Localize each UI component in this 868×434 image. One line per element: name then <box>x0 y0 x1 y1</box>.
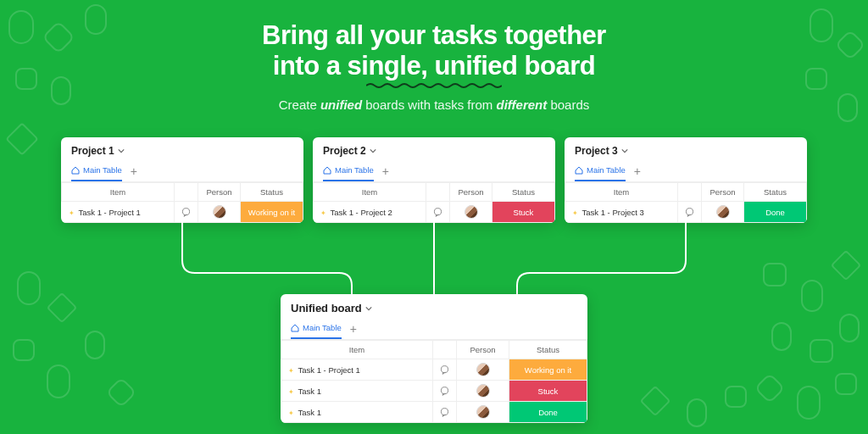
hero-subtitle: Create unified boards with tasks from di… <box>0 97 868 112</box>
person-cell[interactable] <box>457 381 509 402</box>
col-header-item: Item <box>314 183 426 202</box>
chat-icon <box>439 364 450 376</box>
status-cell[interactable]: Done <box>509 402 587 423</box>
tab-main-table[interactable]: Main Table <box>291 319 342 339</box>
chat-icon <box>684 207 695 218</box>
person-cell[interactable] <box>450 202 492 223</box>
chat-icon <box>439 407 450 418</box>
person-cell[interactable] <box>702 202 744 223</box>
chat-cell[interactable] <box>433 381 457 402</box>
col-header-person: Person <box>198 183 241 202</box>
chat-cell[interactable] <box>678 202 702 223</box>
tab-main-table[interactable]: Main Table <box>71 161 122 181</box>
avatar <box>476 405 490 419</box>
hero-title: Bring all your tasks together into a sin… <box>0 20 868 81</box>
status-cell[interactable]: Stuck <box>509 381 587 402</box>
col-header-person: Person <box>450 183 492 202</box>
home-icon <box>291 324 299 332</box>
col-header-item: Item <box>62 183 175 202</box>
home-icon <box>71 166 80 175</box>
chat-icon <box>439 386 450 397</box>
person-cell[interactable] <box>198 202 241 223</box>
board-unified: Unified board Main Table + Item Person S… <box>281 294 587 423</box>
task-name[interactable]: Task 1 - Project 1 <box>62 202 175 223</box>
chat-cell[interactable] <box>433 402 457 423</box>
tab-main-table[interactable]: Main Table <box>575 161 626 181</box>
chat-icon <box>432 207 443 218</box>
col-header-chat <box>433 341 457 359</box>
home-icon <box>575 166 583 175</box>
chevron-down-icon <box>370 147 376 154</box>
svg-point-2 <box>686 208 693 214</box>
svg-point-3 <box>441 365 448 372</box>
task-name[interactable]: Task 1 - Project 1 <box>281 359 433 381</box>
chevron-down-icon <box>118 147 125 154</box>
status-cell[interactable]: Working on it <box>509 359 587 381</box>
underline-squiggle <box>366 82 502 89</box>
table-row[interactable]: Task 1 Done <box>281 402 587 423</box>
board-title[interactable]: Project 2 <box>313 137 555 161</box>
status-cell[interactable]: Stuck <box>492 202 555 223</box>
table-row[interactable]: Task 1 Stuck <box>281 381 587 402</box>
col-header-person: Person <box>457 341 509 359</box>
col-header-chat <box>678 183 702 202</box>
svg-point-1 <box>434 208 441 214</box>
board-title[interactable]: Unified board <box>281 294 587 319</box>
task-name[interactable]: Task 1 - Project 3 <box>565 202 678 223</box>
col-header-item: Item <box>565 183 678 202</box>
task-name[interactable]: Task 1 <box>281 381 433 402</box>
chat-cell[interactable] <box>426 202 450 223</box>
hero-header: Bring all your tasks together into a sin… <box>0 0 868 112</box>
chat-icon <box>181 207 192 218</box>
board-title[interactable]: Project 1 <box>61 137 303 161</box>
avatar <box>716 205 730 219</box>
col-header-status: Status <box>492 183 555 202</box>
svg-point-4 <box>441 387 448 393</box>
chat-cell[interactable] <box>433 359 457 381</box>
status-cell[interactable]: Working on it <box>241 202 303 223</box>
avatar <box>476 384 490 398</box>
home-icon <box>323 166 331 175</box>
col-header-chat <box>175 183 198 202</box>
board-project-1: Project 1 Main Table + Item Person Statu… <box>61 137 303 223</box>
table-row[interactable]: Task 1 - Project 2 Stuck <box>314 202 555 223</box>
col-header-chat <box>426 183 450 202</box>
col-header-status: Status <box>744 183 807 202</box>
person-cell[interactable] <box>457 402 509 423</box>
person-cell[interactable] <box>457 359 509 381</box>
board-project-3: Project 3 Main Table + Item Person Statu… <box>565 137 807 223</box>
col-header-person: Person <box>702 183 744 202</box>
board-title[interactable]: Project 3 <box>565 137 807 161</box>
avatar <box>465 205 478 219</box>
table-row[interactable]: Task 1 - Project 3 Done <box>565 202 807 223</box>
svg-point-5 <box>441 408 448 415</box>
col-header-item: Item <box>281 341 433 359</box>
col-header-status: Status <box>241 183 303 202</box>
tab-main-table[interactable]: Main Table <box>323 161 374 181</box>
col-header-status: Status <box>509 341 587 359</box>
table-row[interactable]: Task 1 - Project 1 Working on it <box>281 359 587 381</box>
chevron-down-icon <box>621 147 628 154</box>
chat-cell[interactable] <box>175 202 198 223</box>
task-name[interactable]: Task 1 <box>281 402 433 423</box>
board-project-2: Project 2 Main Table + Item Person Statu… <box>313 137 555 223</box>
avatar <box>476 363 490 376</box>
status-cell[interactable]: Done <box>744 202 807 223</box>
svg-point-0 <box>182 208 189 214</box>
avatar <box>213 205 226 219</box>
table-row[interactable]: Task 1 - Project 1 Working on it <box>62 202 303 223</box>
chevron-down-icon <box>365 305 372 312</box>
task-name[interactable]: Task 1 - Project 2 <box>314 202 426 223</box>
